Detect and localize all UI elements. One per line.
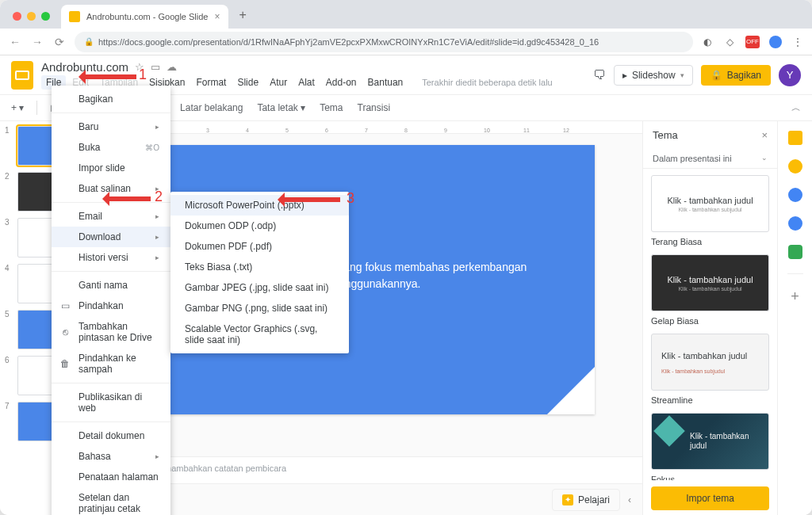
close-tab-icon[interactable]: × — [214, 11, 220, 22]
add-icon[interactable]: + — [791, 288, 799, 305]
theme-card-streamline[interactable]: Klik - tambahkan judul Klik - tambahkan … — [651, 334, 769, 391]
menu-item-rename[interactable]: Ganti nama — [52, 275, 170, 296]
themes-title: Tema — [653, 129, 678, 141]
menu-item-jpg[interactable]: Gambar JPEG (.jpg, slide saat ini) — [170, 277, 349, 298]
menu-icon[interactable]: ⋮ — [791, 36, 804, 48]
themes-panel: Tema × Dalam presentasi ini ⌄ Klik - tam… — [642, 121, 777, 515]
menu-item-move[interactable]: ▭Pindahkan — [52, 296, 170, 316]
menu-item-import[interactable]: Impor slide — [52, 158, 170, 178]
ruler: 123456789101112 — [103, 121, 642, 134]
maps-icon[interactable] — [788, 245, 802, 259]
menu-tools[interactable]: Alat — [293, 75, 320, 90]
theme-label: Terang Biasa — [651, 237, 769, 246]
speaker-notes[interactable]: Klik untuk menambahkan catatan pembicara — [103, 456, 642, 483]
chevron-down-icon[interactable]: ⌄ — [761, 154, 768, 163]
menu-help[interactable]: Bantuan — [363, 75, 408, 90]
menu-item-language[interactable]: Bahasa▸ — [52, 446, 170, 467]
annotation-arrow-2 — [105, 196, 151, 201]
cloud-icon[interactable]: ☁ — [167, 61, 177, 73]
window-controls — [6, 12, 56, 29]
import-theme-button[interactable]: Impor tema — [651, 486, 769, 510]
annotation-number-3: 3 — [347, 190, 354, 207]
menu-item-png[interactable]: Gambar PNG (.png, slide saat ini) — [170, 298, 349, 319]
extensions: ◐ ◇ OFF ⋮ — [701, 36, 804, 48]
themes-subtitle: Dalam presentasi ini — [653, 154, 732, 163]
menu-item-download[interactable]: Download▸ — [52, 227, 170, 247]
explore-button[interactable]: ✦Pelajari — [552, 489, 620, 511]
extension-icon[interactable]: ◐ — [701, 36, 714, 48]
menu-addons[interactable]: Add-on — [321, 75, 362, 90]
menu-item-txt[interactable]: Teks Biasa (.txt) — [170, 257, 349, 277]
menu-item-open[interactable]: Buka⌘O — [52, 137, 170, 158]
menu-item-odp[interactable]: Dokumen ODP (.odp) — [170, 216, 349, 236]
annotation-arrow-3 — [280, 197, 340, 202]
back-icon[interactable]: ← — [8, 36, 22, 48]
menu-item-history[interactable]: Histori versi▸ — [52, 247, 170, 268]
theme-label: Fokus — [651, 475, 769, 480]
menu-format[interactable]: Format — [191, 75, 231, 90]
menu-arrange[interactable]: Atur — [265, 75, 292, 90]
theme-card-dark[interactable]: Klik - tambahkan judul Klik - tambahkan … — [651, 254, 769, 311]
annotation-number-1: 1 — [139, 67, 147, 83]
menu-item-email[interactable]: Email▸ — [52, 206, 170, 227]
collapse-toolbar-icon[interactable]: ︿ — [788, 100, 804, 116]
url-field[interactable]: 🔒 https://docs.google.com/presentation/d… — [75, 32, 693, 52]
menu-item-print-preview[interactable]: Setelan dan pratinjau cetak — [52, 487, 170, 515]
theme-card-light[interactable]: Klik - tambahkan judul Klik - tambahkan … — [651, 175, 769, 232]
extension-icon[interactable]: ◇ — [723, 36, 736, 48]
comments-icon[interactable]: 🗨 — [593, 68, 606, 82]
download-submenu: Microsoft PowerPoint (.pptx) Dokumen ODP… — [170, 192, 349, 353]
menu-item-share[interactable]: Bagikan — [52, 89, 170, 109]
menu-item-pdf[interactable]: Dokumen PDF (.pdf) — [170, 236, 349, 257]
zoom-window-icon[interactable] — [41, 12, 50, 21]
chevron-left-icon[interactable]: ‹ — [628, 494, 631, 505]
menu-item-page-setup[interactable]: Penataan halaman — [52, 467, 170, 487]
reload-icon[interactable]: ⟳ — [52, 36, 67, 48]
address-bar: ← → ⟳ 🔒 https://docs.google.com/presenta… — [0, 29, 812, 55]
browser-tab[interactable]: Androbuntu.com - Google Slide × — [61, 5, 228, 29]
transition-button[interactable]: Transisi — [354, 101, 394, 115]
theme-label: Gelap Biasa — [651, 316, 769, 326]
last-edit: Terakhir diedit beberapa detik lalu — [417, 76, 557, 89]
menu-item-shortcut[interactable]: ⎋Tambahkan pintasan ke Drive — [52, 316, 170, 348]
menu-slide[interactable]: Slide — [232, 75, 263, 90]
minimize-window-icon[interactable] — [27, 12, 36, 21]
new-slide-button[interactable]: + ▾ — [8, 101, 27, 115]
slideshow-button[interactable]: ▸ Slideshow ▾ — [614, 65, 693, 86]
play-icon: ▸ — [622, 70, 627, 81]
calendar-icon[interactable] — [788, 131, 802, 145]
keep-icon[interactable] — [788, 159, 802, 174]
extension-icon[interactable] — [769, 36, 782, 48]
file-menu: Bagikan Baru▸ Buka⌘O Impor slide Buat sa… — [52, 86, 170, 515]
theme-card-focus[interactable]: Klik - tambahkan judul — [651, 413, 769, 470]
close-window-icon[interactable] — [13, 12, 21, 21]
tasks-icon[interactable] — [788, 188, 802, 202]
browser-tabbar: Androbuntu.com - Google Slide × + — [0, 0, 812, 29]
menu-item-publish[interactable]: Publikasikan di web — [52, 387, 170, 418]
move-icon[interactable]: ▭ — [151, 61, 160, 73]
annotation-number-2: 2 — [155, 189, 163, 205]
menu-item-svg[interactable]: Scalable Vector Graphics (.svg, slide sa… — [170, 319, 349, 350]
forward-icon[interactable]: → — [30, 36, 44, 48]
theme-label: Streamline — [651, 395, 769, 405]
extension-badge-icon[interactable]: OFF — [745, 36, 760, 48]
share-button[interactable]: 🔒 Bagikan — [701, 65, 771, 86]
favicon-icon — [69, 11, 80, 22]
avatar[interactable]: Y — [779, 64, 801, 86]
annotation-arrow-1 — [81, 74, 136, 79]
layout-button[interactable]: Tata letak ▾ — [254, 101, 308, 115]
lock-icon: 🔒 — [710, 70, 722, 81]
menu-item-details[interactable]: Detail dokumen — [52, 425, 170, 446]
theme-button[interactable]: Tema — [316, 101, 346, 115]
url-text: https://docs.google.com/presentation/d/1… — [98, 37, 599, 47]
page-fold-icon — [547, 367, 595, 414]
menu-item-trash[interactable]: 🗑Pindahkan ke sampah — [52, 348, 170, 380]
background-button[interactable]: Latar belakang — [177, 101, 246, 115]
new-tab-button[interactable]: + — [233, 8, 253, 29]
slides-logo-icon[interactable] — [11, 61, 33, 90]
menu-item-new[interactable]: Baru▸ — [52, 116, 170, 137]
contacts-icon[interactable] — [788, 216, 802, 231]
close-icon[interactable]: × — [761, 129, 768, 141]
side-panel: + — [777, 121, 812, 515]
tab-title: Androbuntu.com - Google Slide — [86, 12, 208, 21]
